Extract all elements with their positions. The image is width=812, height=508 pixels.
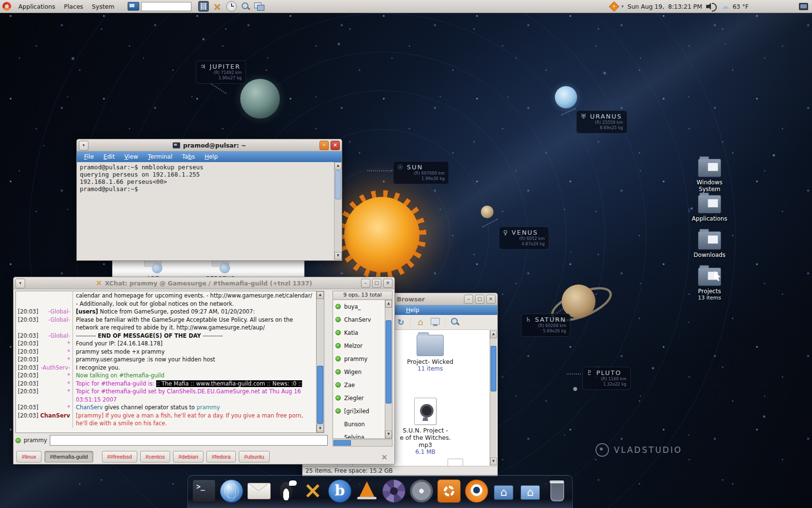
user-list-item[interactable]: Selvina <box>333 431 385 439</box>
partial-file-icon[interactable] <box>448 459 463 466</box>
scrollbar-thumb[interactable] <box>386 320 392 403</box>
terminal-titlebar[interactable]: ▾ pramod@pulsar: ~ – × <box>77 139 342 151</box>
channel-tab-ubuntu[interactable]: #ubuntu <box>239 451 270 463</box>
scroll-down-icon[interactable]: ▼ <box>385 431 392 438</box>
clock-icon[interactable] <box>226 1 237 12</box>
dock-home-alt-icon[interactable] <box>519 479 541 502</box>
xchat-icon[interactable] <box>213 1 222 11</box>
user-list-item[interactable]: Wigen <box>333 365 385 378</box>
file-browser-scrollbar[interactable]: ▲ ▼ <box>490 330 497 465</box>
clock-applet[interactable]: Sun Aug 19, 8:13:21 PM <box>627 3 702 10</box>
reload-icon[interactable]: ↻ <box>395 317 406 328</box>
panel-menu-applications[interactable]: Applications <box>14 1 59 12</box>
window-selector-icon[interactable] <box>128 2 139 11</box>
search-icon[interactable] <box>450 317 461 328</box>
search-icon[interactable] <box>241 1 250 11</box>
scrollbar-thumb[interactable] <box>491 346 496 391</box>
dock-trash-icon[interactable] <box>546 479 568 502</box>
dock-disc-burner-icon[interactable] <box>410 479 433 503</box>
userlist-hscrollbar[interactable] <box>333 439 392 447</box>
dock-aperture-icon[interactable] <box>382 479 406 503</box>
user-list-item[interactable]: Zae <box>333 378 385 391</box>
media-player-icon[interactable] <box>198 1 209 12</box>
user-list-item[interactable]: buya_ <box>333 300 385 313</box>
dock-web-browser-icon[interactable] <box>220 479 243 503</box>
dock-mail-icon[interactable] <box>247 483 271 499</box>
scrollbar-thumb[interactable] <box>335 170 341 199</box>
window-menu-icon[interactable]: ▾ <box>79 141 88 150</box>
channel-tab-fedora[interactable]: #fedora <box>206 451 236 463</box>
minimize-icon[interactable]: – <box>361 279 370 288</box>
channel-tab-centos[interactable]: #centos <box>140 451 170 463</box>
dock-pidgin-icon[interactable] <box>275 479 297 502</box>
channel-tab-linux[interactable]: #linux <box>16 451 42 463</box>
channel-tab-freebsd[interactable]: ##freebsd <box>102 451 137 463</box>
user-list-item[interactable]: prammy <box>333 352 385 365</box>
scroll-down-icon[interactable]: ▼ <box>490 458 497 465</box>
chat-input[interactable] <box>50 435 328 446</box>
dock-package-icon[interactable] <box>437 479 461 503</box>
minimize-icon[interactable]: – <box>464 295 473 304</box>
panel-search-input[interactable] <box>141 2 191 11</box>
tab-close-icon[interactable]: × <box>381 452 388 462</box>
close-icon[interactable]: × <box>486 295 495 304</box>
scroll-down-icon[interactable]: ▼ <box>317 425 324 433</box>
dock-blender-icon[interactable] <box>465 479 488 503</box>
user-list-item[interactable]: Bunson <box>333 418 385 431</box>
userlist-header[interactable]: 9 ops, 13 total <box>333 291 392 300</box>
remote-desktop-icon[interactable] <box>254 1 264 11</box>
chat-scrollbar[interactable]: ▲ ▼ <box>317 291 324 433</box>
panel-menu-system[interactable]: System <box>87 1 119 12</box>
maximize-icon[interactable]: □ <box>372 279 381 288</box>
panel-menu-places[interactable]: Places <box>59 1 87 12</box>
terminal-scrollbar[interactable]: ▲ ▼ <box>334 162 342 260</box>
file-item[interactable]: Project- Wicked11 items <box>398 335 462 373</box>
current-nick[interactable]: prammy <box>24 437 47 444</box>
xchat-titlebar[interactable]: ▾ × XChat: prammy @ Gamesurge / #themafi… <box>14 277 394 289</box>
terminal-menu-help[interactable]: Help <box>200 152 222 161</box>
weather-cloud-icon[interactable]: ☁ <box>722 2 729 11</box>
user-list-item[interactable]: [gri]xiled <box>333 404 385 418</box>
user-list-item[interactable]: Katia <box>333 326 385 339</box>
dock-b-app-icon[interactable] <box>328 479 351 503</box>
close-icon[interactable]: × <box>383 279 392 288</box>
user-list-item[interactable]: Ziegler <box>333 391 385 404</box>
close-icon[interactable]: × <box>331 141 340 150</box>
desktop-icon-applications[interactable]: Applications <box>685 195 734 222</box>
terminal-menu-edit[interactable]: Edit <box>99 152 119 161</box>
desktop-icon-downloads[interactable]: Downloads <box>685 231 734 258</box>
dock-xchat-icon[interactable] <box>302 479 324 502</box>
channel-tab-debian[interactable]: #debian <box>173 451 203 463</box>
desktop-icon-windows-system[interactable]: Windows System <box>685 159 734 193</box>
dock-vlc-icon[interactable] <box>356 479 378 502</box>
file-browser-menu-help[interactable]: Help <box>402 306 423 314</box>
minimize-icon[interactable]: – <box>319 141 329 150</box>
scrollbar-thumb[interactable] <box>334 440 351 446</box>
terminal-menu-terminal[interactable]: Terminal <box>144 152 177 161</box>
distro-logo-icon[interactable] <box>2 2 11 11</box>
home-icon[interactable]: ⌂ <box>415 317 426 328</box>
scroll-down-icon[interactable]: ▼ <box>334 252 342 260</box>
window-menu-icon[interactable]: ▾ <box>15 279 25 288</box>
dock-home-icon[interactable] <box>493 479 515 502</box>
terminal-menu-file[interactable]: File <box>80 152 98 161</box>
scroll-up-icon[interactable]: ▲ <box>490 330 497 338</box>
volume-icon[interactable] <box>706 2 718 10</box>
display-icon[interactable] <box>799 3 808 10</box>
updates-icon[interactable] <box>609 1 619 11</box>
scrollbar-thumb[interactable] <box>317 366 323 424</box>
dock-terminal-icon[interactable] <box>192 479 216 503</box>
user-list-item[interactable]: Melzor <box>333 339 385 352</box>
terminal-menu-view[interactable]: View <box>120 152 142 161</box>
maximize-icon[interactable]: □ <box>475 295 484 304</box>
userlist-scrollbar[interactable]: ▲ ▼ <box>385 300 392 438</box>
terminal-menu-tabs[interactable]: Tabs <box>178 152 200 161</box>
computer-icon[interactable] <box>430 317 441 328</box>
file-item[interactable]: S.U.N. Project - e of the Witches. mp36.… <box>393 398 457 456</box>
channel-tab-themafia-guild[interactable]: #themafia-guild <box>44 451 93 463</box>
chevron-down-icon[interactable]: ▾ <box>622 4 624 9</box>
scroll-up-icon[interactable]: ▲ <box>334 162 342 170</box>
user-list-item[interactable]: ChanServ <box>333 313 385 326</box>
terminal-output[interactable]: pramod@pulsar:~$ nmblookup perseusqueryi… <box>77 162 334 260</box>
scroll-up-icon[interactable]: ▲ <box>317 291 324 299</box>
